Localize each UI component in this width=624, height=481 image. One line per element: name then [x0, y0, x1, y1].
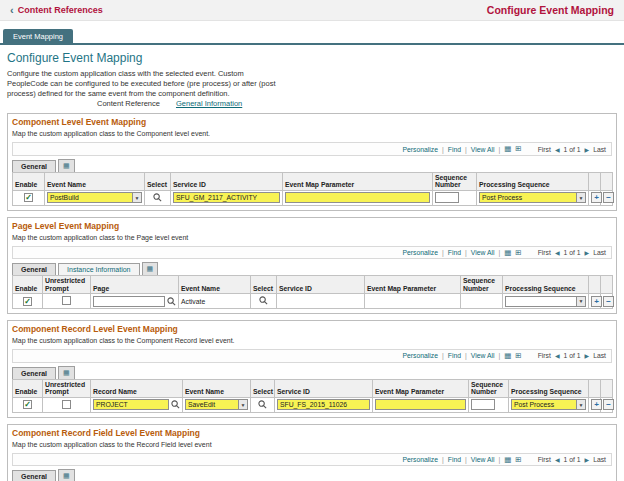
column-header: Sequence Number [461, 276, 503, 294]
add-row-button[interactable]: + [591, 192, 602, 203]
previous-row-icon[interactable]: ◀ [555, 249, 560, 256]
back-chevron-icon: ‹ [10, 5, 14, 16]
previous-row-icon[interactable]: ◀ [555, 456, 560, 463]
section-description: Map the custom application class to the … [12, 441, 612, 448]
grid-tabs: General Instance Information ▦ [12, 262, 612, 275]
view-all-link[interactable]: View All [471, 146, 495, 153]
find-link[interactable]: Find [448, 456, 461, 463]
lookup-icon[interactable] [258, 400, 267, 409]
enable-checkbox[interactable]: ✓ [23, 297, 32, 306]
event-name-value: SaveEdit [186, 401, 238, 408]
column-header: Event Map Parameter [283, 172, 433, 190]
add-row-button[interactable]: + [591, 296, 602, 307]
view-all-link[interactable]: View All [471, 456, 495, 463]
tab-event-mapping[interactable]: Event Mapping [3, 29, 73, 43]
next-row-icon[interactable]: ▶ [585, 146, 590, 153]
sequence-number-input[interactable] [471, 399, 495, 410]
next-row-icon[interactable]: ▶ [585, 456, 590, 463]
download-icon[interactable]: ▦ [504, 456, 511, 464]
last-label[interactable]: Last [593, 146, 606, 153]
section-page-level: Page Level Event Mapping Map the custom … [7, 217, 617, 314]
processing-sequence-select[interactable]: ▼ [505, 296, 586, 307]
find-link[interactable]: Find [448, 352, 461, 359]
show-all-columns-tab-icon[interactable]: ▦ [58, 366, 75, 379]
column-header: Select [251, 379, 275, 397]
processing-sequence-value: Post Process [512, 401, 576, 408]
previous-row-icon[interactable]: ◀ [555, 146, 560, 153]
processing-sequence-select[interactable]: Post Process▼ [479, 192, 586, 203]
first-label[interactable]: First [538, 352, 551, 359]
view-all-link[interactable]: View All [471, 249, 495, 256]
grid-toolbar: Personalize | Find | View All | ▦ ⊞ Firs… [12, 349, 612, 363]
event-map-parameter-input[interactable] [285, 192, 430, 203]
column-header [601, 379, 613, 397]
first-label[interactable]: First [538, 249, 551, 256]
zoom-icon[interactable]: ⊞ [515, 456, 521, 464]
service-id-input[interactable]: SFU_GM_2117_ACTIVITY [173, 192, 280, 203]
remove-row-button[interactable]: − [603, 296, 614, 307]
show-all-columns-tab-icon[interactable]: ▦ [58, 159, 75, 172]
event-map-parameter-input[interactable] [375, 399, 466, 410]
grid-tab-general[interactable]: General [12, 367, 56, 379]
grid-pagination: First ◀ 1 of 1 ▶ Last [538, 352, 606, 359]
first-label[interactable]: First [538, 456, 551, 463]
grid-tab-instance-information[interactable]: Instance Information [58, 263, 139, 275]
page-title: Configure Event Mapping [7, 51, 617, 65]
event-name-select[interactable]: PostBuild▼ [47, 192, 142, 203]
separator: | [499, 146, 501, 153]
processing-sequence-select[interactable]: Post Process▼ [511, 399, 586, 410]
column-header: Processing Sequence [477, 172, 589, 190]
lookup-icon[interactable] [153, 193, 162, 202]
column-header: Unrestricted Prompt [43, 276, 91, 294]
personalize-link[interactable]: Personalize [403, 352, 439, 359]
find-link[interactable]: Find [448, 249, 461, 256]
top-bar: ‹ Content References Configure Event Map… [0, 0, 624, 21]
enable-checkbox[interactable]: ✓ [23, 400, 32, 409]
personalize-link[interactable]: Personalize [403, 249, 439, 256]
zoom-icon[interactable]: ⊞ [515, 249, 521, 257]
download-icon[interactable]: ▦ [504, 352, 511, 360]
page-input[interactable] [93, 296, 165, 307]
lookup-icon[interactable] [167, 297, 176, 306]
sequence-number-input[interactable] [435, 192, 459, 203]
add-row-button[interactable]: + [591, 399, 602, 410]
next-row-icon[interactable]: ▶ [585, 249, 590, 256]
last-label[interactable]: Last [593, 456, 606, 463]
back-link[interactable]: ‹ Content References [10, 5, 103, 16]
section-description: Map the custom application class to the … [12, 130, 612, 137]
window-title: Configure Event Mapping [487, 4, 614, 16]
general-information-link[interactable]: General Information [176, 99, 242, 108]
event-name-select[interactable]: SaveEdit▼ [185, 399, 248, 410]
personalize-link[interactable]: Personalize [403, 146, 439, 153]
personalize-link[interactable]: Personalize [403, 456, 439, 463]
last-label[interactable]: Last [593, 352, 606, 359]
service-id-input[interactable]: SFU_FS_2015_11026 [277, 399, 370, 410]
zoom-icon[interactable]: ⊞ [515, 145, 521, 153]
remove-row-button[interactable]: − [603, 399, 614, 410]
zoom-icon[interactable]: ⊞ [515, 352, 521, 360]
grid-tab-general[interactable]: General [12, 263, 56, 275]
lookup-icon[interactable] [171, 400, 180, 409]
record-name-input[interactable]: PROJECT [93, 399, 169, 410]
view-all-link[interactable]: View All [471, 352, 495, 359]
download-icon[interactable]: ▦ [504, 145, 511, 153]
grid-tab-general[interactable]: General [12, 160, 56, 172]
next-row-icon[interactable]: ▶ [585, 352, 590, 359]
content-reference-link[interactable]: Content Reference [97, 99, 160, 108]
first-label[interactable]: First [538, 146, 551, 153]
remove-row-button[interactable]: − [603, 192, 614, 203]
unrestricted-prompt-checkbox[interactable] [62, 400, 71, 409]
page-grid: Enable Unrestricted Prompt Page Event Na… [12, 275, 613, 309]
show-all-columns-tab-icon[interactable]: ▦ [58, 469, 75, 481]
previous-row-icon[interactable]: ◀ [555, 352, 560, 359]
column-header: Service ID [275, 379, 373, 397]
grid-tab-general[interactable]: General [12, 470, 56, 481]
download-icon[interactable]: ▦ [504, 249, 511, 257]
show-all-columns-tab-icon[interactable]: ▦ [142, 262, 159, 275]
last-label[interactable]: Last [593, 249, 606, 256]
enable-checkbox[interactable]: ✓ [24, 193, 33, 202]
column-header: Sequence Number [469, 379, 509, 397]
lookup-icon[interactable] [259, 296, 268, 305]
find-link[interactable]: Find [448, 146, 461, 153]
unrestricted-prompt-checkbox[interactable] [62, 296, 71, 305]
